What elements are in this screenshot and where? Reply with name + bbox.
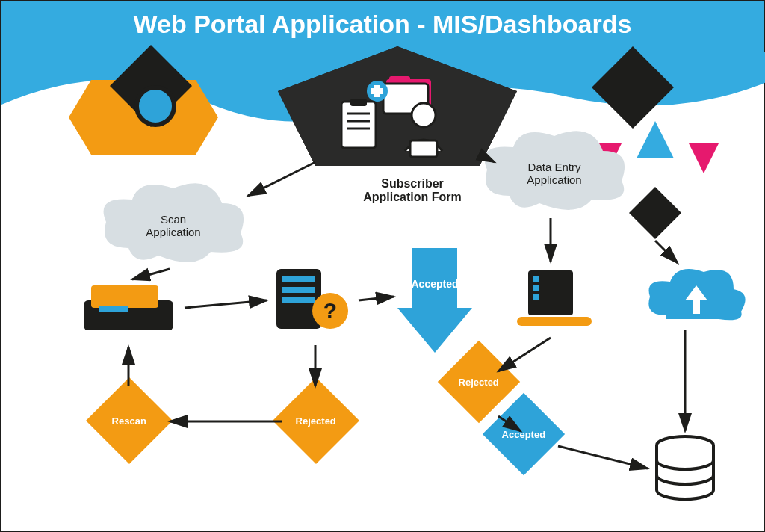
- svg-line-44: [498, 416, 521, 431]
- diagram-canvas: Web Portal Application - MIS/Dashboards: [0, 0, 765, 532]
- svg-line-50: [248, 162, 315, 196]
- svg-line-40: [185, 300, 267, 308]
- svg-line-39: [132, 269, 170, 279]
- connectors: [1, 1, 765, 532]
- svg-line-45: [558, 446, 648, 468]
- svg-line-41: [359, 297, 394, 300]
- svg-line-49: [480, 155, 495, 162]
- svg-line-43: [498, 338, 551, 371]
- svg-line-51: [655, 241, 678, 263]
